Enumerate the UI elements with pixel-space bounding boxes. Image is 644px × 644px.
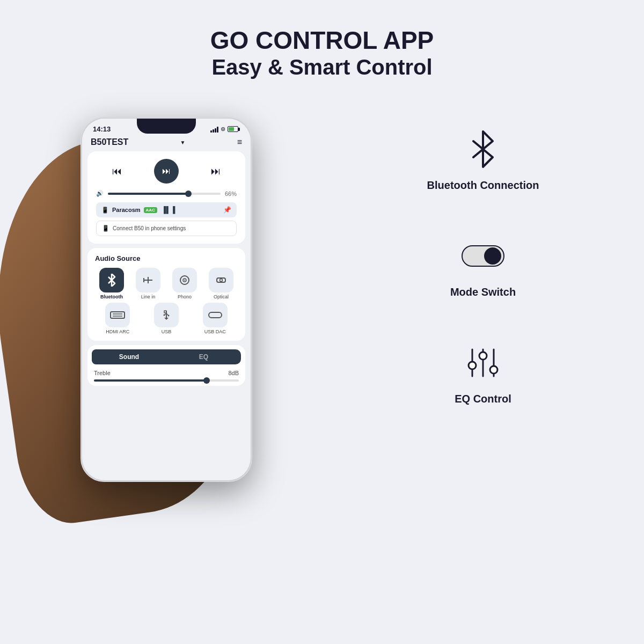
treble-fill [94, 379, 207, 382]
device-name: Paracosm [112, 207, 141, 213]
source-line-in[interactable]: Line in [131, 268, 165, 299]
svg-point-23 [490, 366, 497, 374]
svg-rect-17 [209, 312, 222, 318]
wifi-icon: ⊛ [221, 126, 225, 133]
treble-row: Treble 8dB [87, 364, 245, 386]
usb-dac-icon [203, 303, 228, 327]
treble-label: Treble [94, 370, 111, 376]
player-card: ⏮ ⏭ ⏭ 🔊 66% [87, 151, 245, 244]
pin-icon: 📌 [223, 206, 231, 214]
dropdown-arrow: ▼ [180, 140, 186, 145]
usb-label: USB [162, 329, 172, 334]
hamburger-menu[interactable]: ≡ [237, 137, 242, 147]
hdmi-icon [105, 303, 130, 327]
sound-card: Sound EQ Treble 8dB [87, 345, 245, 386]
usb-dac-label: USB DAC [204, 329, 226, 334]
eq-bars-icon: ▐▌▐ [162, 206, 175, 214]
app-title: B50TEST [91, 137, 128, 147]
feature-eq: EQ Control [354, 341, 612, 405]
battery-icon [228, 126, 240, 132]
aac-badge: AAC [144, 207, 157, 213]
treble-value: 8dB [228, 370, 239, 376]
rewind-button[interactable]: ⏮ [112, 166, 122, 177]
volume-fill [108, 193, 189, 195]
audio-source-card: Audio Source Bluetooth [87, 248, 245, 341]
bluetooth-source-icon [99, 268, 124, 292]
svg-rect-8 [111, 312, 125, 318]
status-time: 14:13 [93, 125, 111, 133]
page-title-line2: Easy & Smart Control [0, 55, 644, 79]
svg-point-16 [167, 315, 169, 317]
app-content: ⏮ ⏭ ⏭ 🔊 66% [82, 151, 251, 386]
page-header: GO CONTROL APP Easy & Smart Control [0, 0, 644, 90]
treble-slider[interactable] [94, 379, 239, 382]
optical-label: Optical [214, 294, 229, 299]
svg-point-21 [479, 352, 487, 360]
line-in-label: Line in [141, 294, 156, 299]
source-grid-row2: HDMI ARC [95, 303, 238, 334]
source-hdmi[interactable]: HDMI ARC [95, 303, 141, 334]
treble-header: Treble 8dB [94, 370, 239, 376]
line-in-icon [136, 268, 160, 292]
features-panel: Bluetooth Connection Mode Switch [322, 101, 612, 405]
mode-switch-label: Mode Switch [450, 286, 516, 298]
fast-forward-button[interactable]: ⏭ [211, 166, 221, 177]
audio-source-title: Audio Source [95, 254, 238, 262]
play-icon: ⏭ [162, 166, 171, 176]
device-row[interactable]: 📱 Paracosm AAC ▐▌▐ 📌 [96, 202, 237, 217]
phone-area: 14:13 ⊛ [32, 117, 322, 482]
eq-control-label: EQ Control [455, 393, 511, 405]
svg-rect-12 [164, 311, 166, 313]
usb-icon [154, 303, 179, 327]
toggle-knob [484, 247, 501, 265]
feature-mode-switch: Mode Switch [354, 235, 612, 298]
eq-tab[interactable]: EQ [166, 349, 241, 364]
optical-icon [209, 268, 233, 292]
player-controls: ⏮ ⏭ ⏭ [96, 159, 237, 184]
signal-icon [210, 126, 218, 133]
volume-icon: 🔊 [96, 190, 104, 197]
svg-point-7 [220, 279, 223, 282]
eq-feature-icon [462, 341, 504, 384]
source-optical[interactable]: Optical [204, 268, 238, 299]
svg-point-5 [184, 280, 185, 281]
source-bluetooth[interactable]: Bluetooth [95, 268, 128, 299]
page-title-line1: GO CONTROL APP [0, 26, 644, 55]
feature-bluetooth: Bluetooth Connection [354, 128, 612, 192]
device-phone-icon: 📱 [101, 207, 109, 214]
volume-row: 🔊 66% [96, 190, 237, 197]
toggle-feature-icon [462, 235, 504, 277]
phone-screen: 14:13 ⊛ [82, 119, 251, 480]
source-grid-row1: Bluetooth [95, 268, 238, 299]
source-phono[interactable]: Phono [168, 268, 201, 299]
source-usb-dac[interactable]: USB DAC [192, 303, 238, 334]
app-header: B50TEST ▼ ≡ [82, 135, 251, 151]
svg-point-15 [163, 314, 165, 316]
status-icons: ⊛ [210, 126, 240, 133]
phone-notch [137, 119, 196, 134]
volume-slider[interactable] [108, 193, 221, 195]
connect-row[interactable]: 📱 Connect B50 in phone settings [96, 221, 237, 236]
phono-icon [172, 268, 197, 292]
phone-frame: 14:13 ⊛ [80, 117, 252, 482]
bluetooth-feature-label: Bluetooth Connection [427, 179, 539, 192]
hdmi-label: HDMI ARC [106, 329, 129, 334]
sound-tabs: Sound EQ [92, 349, 241, 364]
connect-text: Connect B50 in phone settings [113, 225, 186, 231]
bluetooth-feature-icon [462, 128, 504, 171]
play-pause-button[interactable]: ⏭ [154, 159, 179, 184]
volume-percent: 66% [225, 191, 237, 197]
svg-point-19 [469, 362, 476, 369]
main-content: 14:13 ⊛ [0, 90, 644, 482]
phono-label: Phono [178, 294, 192, 299]
toggle-switch[interactable] [462, 245, 504, 267]
source-usb[interactable]: USB [144, 303, 189, 334]
sound-tab[interactable]: Sound [92, 349, 166, 364]
connect-phone-icon: 📱 [102, 225, 109, 232]
bluetooth-label: Bluetooth [100, 294, 123, 299]
